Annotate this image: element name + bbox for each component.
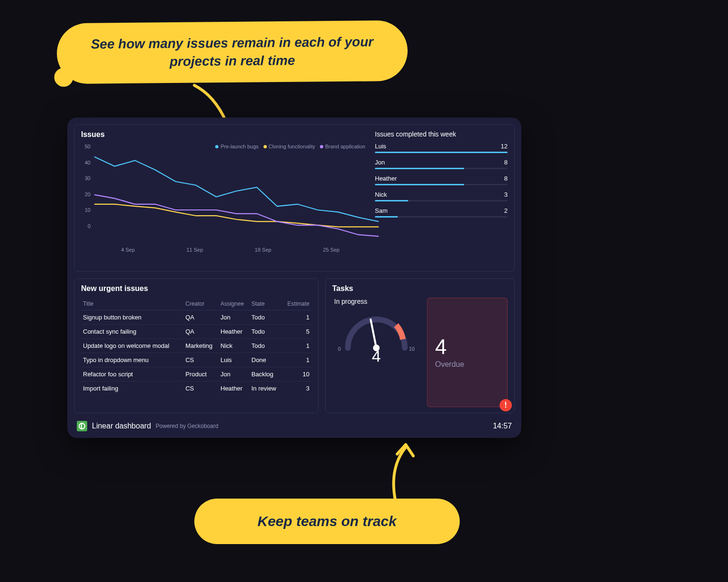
col-creator: Creator — [183, 298, 218, 310]
col-title: Title — [81, 298, 183, 310]
tasks-widget: Tasks In progress 0 10 4 — [325, 278, 515, 413]
table-row: Refactor foo script Product Jon Backlog … — [81, 367, 311, 382]
cell-creator: Product — [183, 367, 218, 382]
table-row: Signup button broken QA Jon Todo 1 — [81, 310, 311, 325]
gauge — [338, 305, 414, 357]
completed-title: Issues completed this week — [375, 130, 508, 138]
completed-widget: Issues completed this week Luis12 Jon8 H… — [375, 130, 508, 265]
cell-estimate: 1 — [282, 339, 311, 353]
alert-icon: ! — [500, 399, 512, 411]
cell-assignee: Luis — [218, 353, 249, 367]
completed-value: 2 — [504, 207, 508, 214]
issues-widget: Issues Pre-launch bugs Cloning functiona… — [74, 124, 515, 272]
cell-assignee: Nick — [218, 339, 249, 353]
cell-title: Import failing — [81, 382, 183, 396]
cell-title: Typo in dropdown menu — [81, 353, 183, 367]
cell-state: Done — [250, 353, 282, 367]
urgent-issues-table: Title Creator Assignee State Estimate Si… — [81, 298, 311, 395]
cell-title: Refactor foo script — [81, 367, 183, 382]
urgent-title: New urgent issues — [81, 284, 311, 293]
powered-by: Powered by Geckoboard — [156, 423, 218, 429]
col-assignee: Assignee — [218, 298, 249, 310]
overdue-card: 4 Overdue ! — [427, 298, 508, 407]
cell-title: Update logo on welcome modal — [81, 339, 183, 353]
y-axis: 50 40 30 20 10 0 — [81, 144, 91, 229]
col-estimate: Estimate — [282, 298, 311, 310]
tasks-title: Tasks — [332, 284, 353, 293]
cell-title: Contact sync failing — [81, 325, 183, 339]
legend-series-3: Brand application — [325, 144, 365, 149]
cell-estimate: 1 — [282, 353, 311, 367]
cell-assignee: Jon — [218, 310, 249, 325]
urgent-issues-widget: New urgent issues Title Creator Assignee… — [74, 278, 318, 413]
svg-point-1 — [373, 345, 380, 351]
cell-estimate: 3 — [282, 382, 311, 396]
cell-estimate: 5 — [282, 325, 311, 339]
cell-state: Todo — [250, 339, 282, 353]
cell-estimate: 10 — [282, 367, 311, 382]
cell-creator: CS — [183, 382, 218, 396]
completed-row: Jon8 — [375, 159, 508, 169]
logo-icon — [77, 421, 87, 431]
cell-assignee: Heather — [218, 325, 249, 339]
completed-value: 12 — [501, 143, 508, 150]
callout-bottom: Keep teams on track — [194, 499, 460, 545]
dashboard-title: Linear dashboard — [92, 422, 151, 430]
completed-row: Nick3 — [375, 191, 508, 201]
cell-estimate: 1 — [282, 310, 311, 325]
x-axis: 4 Sep 11 Sep 18 Sep 25 Sep — [95, 247, 365, 253]
cell-state: Backlog — [250, 367, 282, 382]
cell-state: Todo — [250, 310, 282, 325]
dashboard-card: Issues Pre-launch bugs Cloning functiona… — [67, 118, 521, 438]
clock: 14:57 — [493, 422, 512, 430]
cell-creator: QA — [183, 325, 218, 339]
overdue-label: Overdue — [435, 360, 500, 369]
callout-top: See how many issues remain in each of yo… — [56, 20, 408, 84]
table-row: Update logo on welcome modal Marketing N… — [81, 339, 311, 353]
cell-state: Todo — [250, 325, 282, 339]
cell-creator: CS — [183, 353, 218, 367]
cell-assignee: Heather — [218, 382, 249, 396]
completed-value: 3 — [504, 191, 508, 198]
issues-title: Issues — [81, 130, 365, 139]
svg-line-0 — [371, 319, 376, 348]
dashboard-footer: Linear dashboard Powered by Geckoboard 1… — [74, 420, 515, 431]
in-progress-label: In progress — [332, 298, 420, 305]
col-state: State — [250, 298, 282, 310]
issues-chart: Pre-launch bugs Cloning functionality Br… — [81, 144, 365, 253]
completed-row: Heather8 — [375, 175, 508, 185]
cell-state: In review — [250, 382, 282, 396]
completed-value: 8 — [504, 175, 508, 182]
table-row: Typo in dropdown menu CS Luis Done 1 — [81, 353, 311, 367]
overdue-value: 4 — [435, 336, 500, 357]
legend-series-2: Cloning functionality — [269, 144, 315, 149]
table-row: Contact sync failing QA Heather Todo 5 — [81, 325, 311, 339]
cell-creator: QA — [183, 310, 218, 325]
cell-creator: Marketing — [183, 339, 218, 353]
legend-series-1: Pre-launch bugs — [220, 144, 258, 149]
completed-value: 8 — [504, 159, 508, 166]
table-row: Import failing CS Heather In review 3 — [81, 382, 311, 396]
completed-row: Sam2 — [375, 207, 508, 218]
cell-title: Signup button broken — [81, 310, 183, 325]
issues-legend: Pre-launch bugs Cloning functionality Br… — [215, 144, 365, 149]
completed-row: Luis12 — [375, 143, 508, 153]
cell-assignee: Jon — [218, 367, 249, 382]
